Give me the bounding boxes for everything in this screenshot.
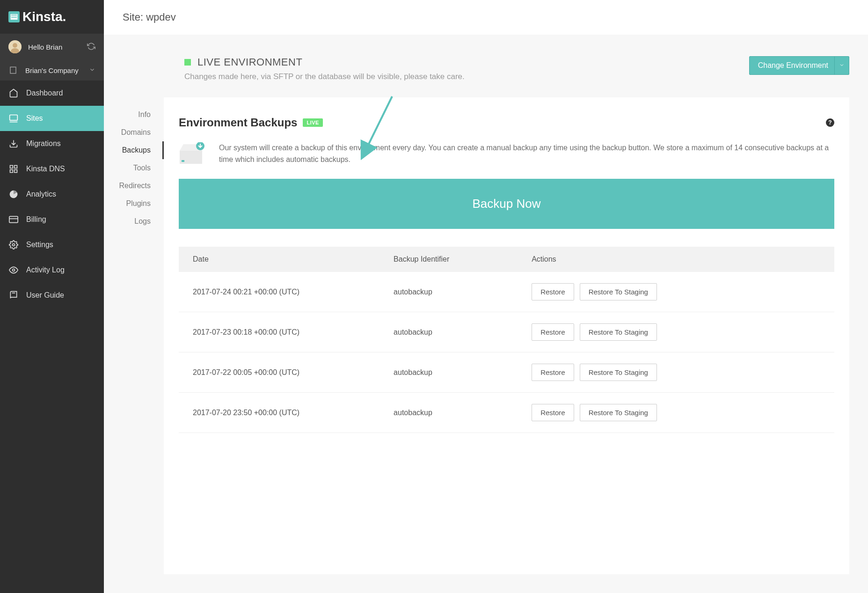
restore-to-staging-button[interactable]: Restore To Staging bbox=[580, 283, 657, 300]
nav-label: Settings bbox=[26, 241, 53, 249]
env-title: LIVE ENVIRONMENT bbox=[197, 56, 302, 68]
backups-panel: Environment Backups LIVE ? Our system wi… bbox=[164, 97, 849, 574]
backup-now-button[interactable]: Backup Now bbox=[179, 179, 834, 229]
nav-label: Activity Log bbox=[26, 266, 65, 274]
svg-rect-11 bbox=[10, 115, 18, 121]
subnav-item-plugins[interactable]: Plugins bbox=[104, 195, 164, 212]
cell-date: 2017-07-24 00:21 +00:00 (UTC) bbox=[193, 288, 394, 296]
nav-label: Analytics bbox=[26, 190, 56, 198]
user-block: Hello Brian Brian's Company bbox=[0, 34, 104, 81]
col-header-actions: Actions bbox=[532, 255, 820, 264]
cell-date: 2017-07-23 00:18 +00:00 (UTC) bbox=[193, 328, 394, 337]
restore-to-staging-button[interactable]: Restore To Staging bbox=[580, 323, 657, 341]
nav-item-activity-log[interactable]: Activity Log bbox=[0, 257, 104, 283]
table-row: 2017-07-20 23:50 +00:00 (UTC)autobackupR… bbox=[179, 393, 834, 433]
nav-item-sites[interactable]: Sites bbox=[0, 106, 104, 131]
subnav-item-domains[interactable]: Domains bbox=[104, 124, 164, 141]
cell-identifier: autobackup bbox=[394, 288, 532, 296]
nav-item-analytics[interactable]: Analytics bbox=[0, 182, 104, 207]
table-row: 2017-07-24 00:21 +00:00 (UTC)autobackupR… bbox=[179, 272, 834, 312]
cell-identifier: autobackup bbox=[394, 409, 532, 417]
env-status-dot bbox=[184, 59, 191, 66]
panel-description: Our system will create a backup of this … bbox=[219, 142, 834, 166]
svg-rect-2 bbox=[11, 19, 17, 20]
svg-point-20 bbox=[13, 269, 15, 271]
disk-icon bbox=[179, 142, 206, 166]
home-icon bbox=[8, 88, 19, 98]
nav-item-dashboard[interactable]: Dashboard bbox=[0, 81, 104, 106]
monitor-icon bbox=[8, 113, 19, 124]
company-name: Brian's Company bbox=[25, 66, 79, 74]
subnav-item-tools[interactable]: Tools bbox=[104, 159, 164, 177]
live-badge: LIVE bbox=[303, 118, 322, 127]
nav-label: Sites bbox=[26, 114, 43, 123]
table-row: 2017-07-22 00:05 +00:00 (UTC)autobackupR… bbox=[179, 352, 834, 393]
subnav-item-info[interactable]: Info bbox=[104, 106, 164, 124]
nav-item-migrations[interactable]: Migrations bbox=[0, 131, 104, 156]
restore-button[interactable]: Restore bbox=[532, 283, 574, 300]
env-subtitle: Changes made here, via SFTP or the datab… bbox=[184, 72, 465, 81]
table-header: Date Backup Identifier Actions bbox=[179, 247, 834, 272]
topbar: Site: wpdev bbox=[104, 0, 868, 35]
subnav-item-logs[interactable]: Logs bbox=[104, 212, 164, 230]
site-subnav: InfoDomainsBackupsToolsRedirectsPluginsL… bbox=[104, 97, 164, 593]
svg-rect-23 bbox=[182, 160, 184, 162]
brand-name: Kinsta. bbox=[22, 9, 66, 24]
subnav-item-backups[interactable]: Backups bbox=[104, 141, 164, 159]
brand-icon bbox=[8, 11, 20, 22]
nav-label: Billing bbox=[26, 215, 46, 224]
help-icon[interactable]: ? bbox=[826, 118, 834, 127]
change-environment-button[interactable]: Change Environment bbox=[749, 56, 849, 75]
pie-icon bbox=[8, 189, 19, 199]
svg-point-19 bbox=[13, 244, 15, 246]
nav-label: User Guide bbox=[26, 291, 64, 300]
svg-rect-16 bbox=[10, 170, 13, 173]
restore-to-staging-button[interactable]: Restore To Staging bbox=[580, 404, 657, 421]
site-label: Site: wpdev bbox=[123, 11, 176, 23]
nav-label: Migrations bbox=[26, 139, 61, 148]
nav-item-kinsta-dns[interactable]: Kinsta DNS bbox=[0, 156, 104, 182]
restore-button[interactable]: Restore bbox=[532, 364, 574, 381]
chevron-down-icon bbox=[839, 61, 845, 70]
backups-table: Date Backup Identifier Actions 2017-07-2… bbox=[179, 247, 834, 433]
card-icon bbox=[8, 214, 19, 225]
cell-actions: RestoreRestore To Staging bbox=[532, 364, 820, 381]
svg-rect-13 bbox=[10, 166, 13, 168]
nav-item-user-guide[interactable]: User Guide bbox=[0, 283, 104, 308]
table-row: 2017-07-23 00:18 +00:00 (UTC)autobackupR… bbox=[179, 312, 834, 352]
nav-label: Kinsta DNS bbox=[26, 165, 65, 173]
svg-rect-6 bbox=[10, 67, 16, 73]
svg-rect-14 bbox=[15, 166, 17, 168]
svg-rect-17 bbox=[9, 216, 18, 222]
book-icon bbox=[8, 290, 19, 300]
refresh-icon[interactable] bbox=[87, 42, 95, 52]
col-header-identifier: Backup Identifier bbox=[394, 255, 532, 264]
col-header-date: Date bbox=[193, 255, 394, 264]
building-icon bbox=[8, 66, 18, 75]
svg-rect-15 bbox=[15, 170, 17, 173]
company-selector[interactable]: Brian's Company bbox=[0, 60, 104, 81]
cell-date: 2017-07-22 00:05 +00:00 (UTC) bbox=[193, 368, 394, 377]
subnav-item-redirects[interactable]: Redirects bbox=[104, 177, 164, 195]
cell-date: 2017-07-20 23:50 +00:00 (UTC) bbox=[193, 409, 394, 417]
nav-item-billing[interactable]: Billing bbox=[0, 207, 104, 232]
grid-icon bbox=[8, 164, 19, 174]
cell-identifier: autobackup bbox=[394, 368, 532, 377]
cell-identifier: autobackup bbox=[394, 328, 532, 337]
gear-icon bbox=[8, 240, 19, 250]
cell-actions: RestoreRestore To Staging bbox=[532, 404, 820, 421]
avatar bbox=[8, 40, 22, 53]
restore-button[interactable]: Restore bbox=[532, 404, 574, 421]
restore-to-staging-button[interactable]: Restore To Staging bbox=[580, 364, 657, 381]
svg-rect-1 bbox=[11, 16, 17, 18]
main-nav: DashboardSitesMigrationsKinsta DNSAnalyt… bbox=[0, 81, 104, 308]
nav-label: Dashboard bbox=[26, 89, 63, 97]
brand-logo[interactable]: Kinsta. bbox=[0, 0, 104, 34]
nav-item-settings[interactable]: Settings bbox=[0, 232, 104, 257]
download-icon bbox=[8, 139, 19, 149]
environment-banner: LIVE ENVIRONMENT Changes made here, via … bbox=[104, 35, 868, 97]
restore-button[interactable]: Restore bbox=[532, 323, 574, 341]
cell-actions: RestoreRestore To Staging bbox=[532, 323, 820, 341]
user-greeting-row[interactable]: Hello Brian bbox=[0, 34, 104, 60]
cell-actions: RestoreRestore To Staging bbox=[532, 283, 820, 300]
